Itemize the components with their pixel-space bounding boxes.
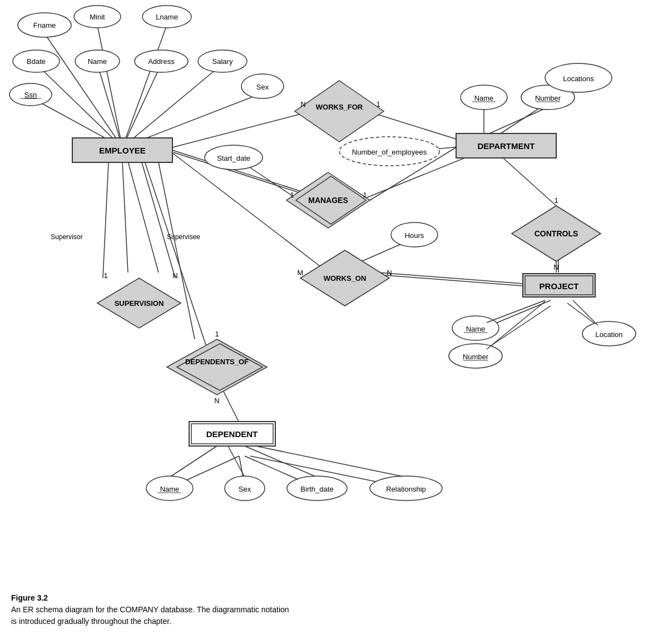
svg-text:PROJECT: PROJECT — [540, 281, 579, 291]
svg-text:1: 1 — [215, 330, 219, 338]
svg-line-124 — [245, 446, 317, 477]
svg-line-123 — [228, 446, 245, 477]
svg-text:WORKS_ON: WORKS_ON — [324, 274, 367, 283]
svg-text:N: N — [387, 269, 392, 277]
svg-text:Minit: Minit — [90, 13, 105, 21]
svg-line-16 — [367, 111, 456, 139]
svg-text:DEPENDENT: DEPENDENT — [206, 429, 258, 439]
svg-text:1: 1 — [363, 191, 367, 199]
svg-text:Lname: Lname — [156, 13, 178, 21]
svg-line-18 — [489, 108, 545, 133]
svg-line-122 — [170, 446, 217, 477]
svg-text:Supervisee: Supervisee — [167, 233, 200, 241]
svg-text:Number_of_employees: Number_of_employees — [352, 148, 427, 156]
svg-line-13 — [122, 161, 128, 273]
svg-text:Birth_date: Birth_date — [300, 485, 333, 493]
svg-line-61 — [245, 164, 295, 197]
svg-text:Sex: Sex — [256, 83, 269, 91]
svg-text:Address: Address — [148, 57, 175, 66]
svg-line-111 — [103, 162, 108, 278]
svg-text:Name: Name — [466, 325, 486, 333]
svg-text:Ssn: Ssn — [24, 91, 37, 99]
svg-text:EMPLOYEE: EMPLOYEE — [99, 146, 145, 155]
figure-title: Figure 3.2 — [11, 593, 48, 602]
svg-line-104 — [573, 300, 598, 325]
svg-text:Locations: Locations — [563, 75, 594, 83]
svg-text:N: N — [214, 397, 219, 405]
svg-line-14 — [128, 161, 159, 273]
svg-text:MANAGES: MANAGES — [308, 196, 348, 205]
svg-line-26 — [378, 275, 523, 286]
svg-text:Salary: Salary — [212, 57, 233, 66]
svg-text:1: 1 — [290, 191, 294, 199]
svg-text:Hours: Hours — [405, 231, 424, 240]
figure-caption: Figure 3.2 An ER schema diagram for the … — [11, 592, 289, 627]
svg-text:Location: Location — [595, 330, 622, 339]
svg-text:Relationship: Relationship — [386, 485, 426, 493]
svg-line-22 — [501, 156, 556, 206]
caption-line2: is introduced gradually throughout the c… — [11, 617, 171, 626]
svg-text:Start_date: Start_date — [217, 154, 250, 162]
svg-text:N: N — [553, 263, 558, 271]
svg-text:Number: Number — [535, 94, 561, 102]
svg-text:Fname: Fname — [33, 21, 56, 29]
svg-text:M: M — [298, 269, 304, 277]
svg-text:DEPENDENTS_OF: DEPENDENTS_OF — [185, 358, 249, 366]
svg-text:Name: Name — [474, 94, 494, 102]
caption-line1: An ER schema diagram for the COMPANY dat… — [11, 605, 289, 614]
svg-text:Name: Name — [160, 485, 180, 493]
svg-text:CONTROLS: CONTROLS — [535, 229, 578, 238]
svg-text:N: N — [300, 100, 305, 108]
svg-text:Supervisor: Supervisor — [51, 233, 82, 241]
svg-text:WORKS_FOR: WORKS_FOR — [316, 103, 363, 111]
svg-marker-114 — [177, 344, 263, 390]
svg-text:SUPERVISION: SUPERVISION — [115, 299, 164, 308]
svg-line-27 — [362, 242, 406, 261]
svg-line-25 — [378, 273, 523, 284]
svg-text:1: 1 — [554, 196, 558, 205]
svg-text:Bdate: Bdate — [27, 57, 46, 66]
svg-line-102 — [487, 300, 545, 323]
svg-text:Name: Name — [88, 57, 107, 66]
svg-line-9 — [172, 111, 311, 147]
svg-text:1: 1 — [376, 100, 380, 108]
svg-text:DEPARTMENT: DEPARTMENT — [477, 141, 535, 151]
svg-text:1: 1 — [103, 271, 107, 280]
svg-text:Sex: Sex — [239, 485, 251, 493]
svg-text:Number: Number — [463, 353, 489, 361]
svg-marker-57 — [295, 81, 384, 142]
